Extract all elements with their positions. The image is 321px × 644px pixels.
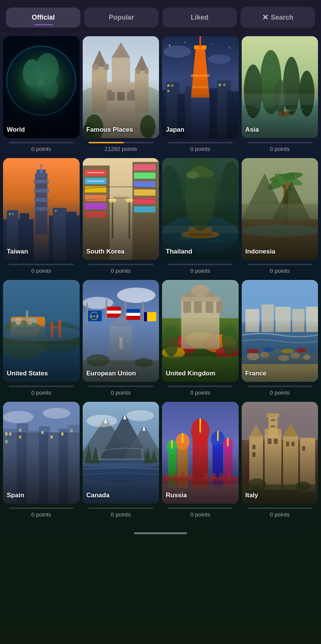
- card-label-indonesia: Indonesia: [245, 248, 316, 255]
- italy-overlay: [242, 402, 318, 504]
- points-italy: 0 points: [270, 511, 290, 518]
- card-japan[interactable]: Japan: [162, 36, 239, 138]
- card-wrapper-eu: ★★★: [83, 280, 159, 400]
- progress-thailand: [168, 264, 233, 265]
- indonesia-overlay: [242, 158, 318, 260]
- progress-indonesia: [247, 264, 312, 265]
- grid-row-2: Taiwan 0 points: [3, 158, 318, 278]
- progress-fill-famous: [88, 142, 124, 143]
- row-group-3: United States 0 points: [3, 280, 318, 400]
- card-indonesia[interactable]: Indonesia: [242, 158, 318, 260]
- card-spain[interactable]: Spain: [3, 402, 80, 504]
- card-south-korea[interactable]: South Korea: [83, 158, 159, 260]
- points-japan: 0 points: [190, 146, 210, 152]
- close-icon: ✕: [262, 13, 269, 22]
- card-wrapper-italy: Italy 0 points: [242, 402, 318, 522]
- south-korea-overlay: [83, 158, 159, 260]
- tab-official[interactable]: Official: [6, 8, 80, 28]
- points-canada: 0 points: [111, 511, 131, 518]
- grid-row-4: Spain 0 points: [3, 402, 318, 522]
- row-group-1: World 0 points: [3, 36, 318, 157]
- card-label-france: France: [245, 370, 316, 377]
- card-famous-places[interactable]: Famous Places: [83, 36, 159, 138]
- progress-usa: [9, 386, 74, 387]
- card-wrapper-indonesia: Indonesia 0 points: [242, 158, 318, 278]
- card-world[interactable]: World: [3, 36, 80, 138]
- card-france[interactable]: France: [242, 280, 318, 382]
- progress-world: [9, 142, 74, 143]
- progress-south-korea: [88, 264, 153, 265]
- card-label-russia: Russia: [166, 492, 236, 499]
- card-label-asia: Asia: [245, 126, 316, 134]
- points-south-korea: 0 points: [111, 267, 131, 274]
- progress-japan: [168, 142, 233, 143]
- card-wrapper-world: World 0 points: [3, 36, 80, 157]
- card-label-canada: Canada: [86, 492, 157, 499]
- card-asia[interactable]: Asia: [242, 36, 318, 138]
- spain-overlay: [3, 402, 80, 504]
- japan-overlay: [162, 36, 239, 138]
- tab-liked[interactable]: Liked: [162, 8, 237, 28]
- tab-search[interactable]: ✕ Search: [241, 7, 315, 28]
- card-label-famous: Famous Places: [86, 126, 157, 134]
- search-tab-label: Search: [271, 14, 293, 22]
- row-group-4: Spain 0 points: [3, 402, 318, 522]
- card-eu[interactable]: ★★★: [83, 280, 159, 382]
- card-wrapper-famous: Famous Places 21292 points: [83, 36, 159, 157]
- uk-overlay: [162, 280, 239, 382]
- asia-overlay: [242, 36, 318, 138]
- row-group-2: Taiwan 0 points: [3, 158, 318, 278]
- taiwan-overlay: [3, 158, 80, 260]
- points-taiwan: 0 points: [31, 267, 51, 274]
- card-wrapper-spain: Spain 0 points: [3, 402, 80, 522]
- usa-overlay: [3, 280, 80, 382]
- card-taiwan[interactable]: Taiwan: [3, 158, 80, 260]
- card-wrapper-france: France 0 points: [242, 280, 318, 400]
- card-canada[interactable]: Canada: [83, 402, 159, 504]
- grid-row-3: United States 0 points: [3, 280, 318, 400]
- card-russia[interactable]: Russia: [162, 402, 239, 504]
- card-wrapper-uk: United Kingdom 0 points: [162, 280, 239, 400]
- card-label-taiwan: Taiwan: [7, 248, 77, 255]
- home-indicator: [134, 532, 187, 534]
- thailand-overlay: [162, 158, 239, 260]
- card-wrapper-japan: Japan 0 points: [162, 36, 239, 157]
- points-indonesia: 0 points: [270, 267, 290, 274]
- tab-popular[interactable]: Popular: [84, 8, 159, 28]
- card-wrapper-thailand: Thailand 0 points: [162, 158, 239, 278]
- card-label-eu: European Union: [86, 370, 157, 377]
- world-overlay: [3, 36, 80, 138]
- progress-spain: [9, 507, 74, 509]
- card-wrapper-usa: United States 0 points: [3, 280, 80, 400]
- bottom-spacer: [0, 524, 321, 543]
- card-italy[interactable]: Italy: [242, 402, 318, 504]
- points-eu: 0 points: [111, 389, 131, 396]
- points-france: 0 points: [270, 389, 290, 396]
- card-wrapper-asia: Asia 0 points: [242, 36, 318, 157]
- points-asia: 0 points: [270, 146, 290, 152]
- points-world: 0 points: [31, 146, 51, 152]
- points-thailand: 0 points: [190, 267, 210, 274]
- card-thailand[interactable]: Thailand: [162, 158, 239, 260]
- progress-russia: [168, 507, 233, 509]
- progress-asia: [247, 142, 312, 143]
- top-nav: Official Popular Liked ✕ Search: [0, 0, 321, 32]
- points-famous: 21292 points: [105, 146, 137, 152]
- progress-famous: [88, 142, 153, 143]
- points-russia: 0 points: [190, 511, 210, 518]
- card-wrapper-canada: Canada 0 points: [83, 402, 159, 522]
- app-container: Official Popular Liked ✕ Search: [0, 0, 321, 644]
- card-usa[interactable]: United States: [3, 280, 80, 382]
- progress-italy: [247, 507, 312, 509]
- canada-overlay: [83, 402, 159, 504]
- card-label-world: World: [7, 126, 77, 134]
- card-wrapper-taiwan: Taiwan 0 points: [3, 158, 80, 278]
- card-uk[interactable]: United Kingdom: [162, 280, 239, 382]
- card-label-italy: Italy: [245, 492, 316, 499]
- card-label-usa: United States: [7, 370, 77, 377]
- card-label-thailand: Thailand: [166, 248, 236, 255]
- card-label-japan: Japan: [166, 126, 236, 134]
- famous-overlay: [83, 36, 159, 138]
- grid-section: World 0 points: [0, 32, 321, 522]
- points-spain: 0 points: [31, 511, 51, 518]
